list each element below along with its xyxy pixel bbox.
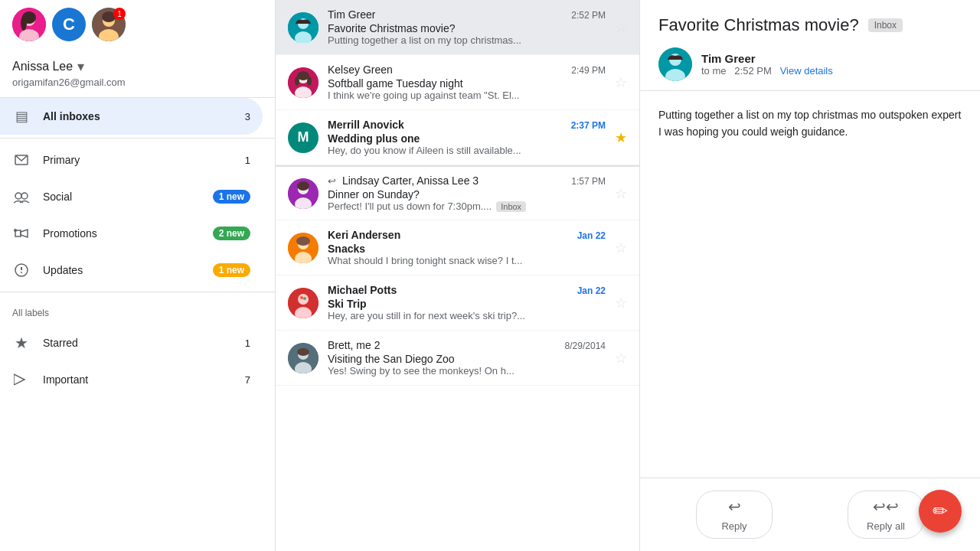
sender-full-name: Tim Greer	[701, 52, 833, 65]
avatar-third-wrapper[interactable]: 1	[92, 8, 126, 41]
primary-count: 1	[245, 155, 250, 166]
email-time-tim-greer: 2:52 PM	[571, 10, 606, 21]
email-title-row: Favorite Christmas movie? Inbox	[658, 15, 962, 35]
email-subject-kelsey-green: Softball game Tuesday night	[328, 77, 606, 90]
svg-point-25	[307, 77, 312, 86]
email-subject-tim-greer: Favorite Christmas movie?	[328, 22, 606, 34]
sender-name-lindsay-carter: ↩ Lindsay Carter, Anissa Lee 3	[328, 174, 479, 187]
email-time-brett: 8/29/2014	[565, 341, 606, 351]
svg-point-11	[21, 193, 28, 199]
reading-header: Favorite Christmas movie? Inbox Tim Gree…	[640, 0, 980, 91]
primary-icon	[12, 151, 31, 169]
updates-badge: 1 new	[213, 263, 250, 277]
svg-point-35	[298, 294, 309, 305]
sidebar-header-avatars: C 1	[0, 0, 275, 49]
star-btn-kelsey-green[interactable]: ☆	[615, 74, 627, 91]
sidebar-item-social[interactable]: Social 1 new	[0, 178, 263, 215]
sender-row: Tim Greer to me 2:52 PM View details	[658, 47, 962, 81]
promotions-icon	[12, 224, 31, 243]
dropdown-arrow-icon: ▾	[77, 58, 84, 75]
reply-button[interactable]: ↩ Reply	[696, 491, 773, 539]
email-header-michael-potts: Michael Potts Jan 22	[328, 284, 606, 296]
email-item-lindsay-carter[interactable]: ↩ Lindsay Carter, Anissa Lee 3 1:57 PM D…	[276, 165, 639, 220]
email-snippet-lindsay-carter: Perfect! I'll put us down for 7:30pm....…	[328, 201, 606, 212]
user-info: Anissa Lee ▾ origamifan26@gmail.com	[0, 49, 275, 98]
email-snippet-brett: Yes! Swing by to see the monkeys! On h..…	[328, 365, 606, 377]
star-btn-brett[interactable]: ☆	[615, 350, 627, 367]
svg-point-4	[21, 15, 27, 31]
email-content-lindsay-carter: ↩ Lindsay Carter, Anissa Lee 3 1:57 PM D…	[328, 174, 606, 212]
email-subject-merrill-anovick: Wedding plus one	[328, 132, 606, 145]
nav-divider-1	[0, 138, 275, 139]
reply-all-label: Reply all	[867, 520, 905, 532]
email-header-merrill-anovick: Merrill Anovick 2:37 PM	[328, 119, 606, 131]
email-header-brett: Brett, me 2 8/29/2014	[328, 339, 606, 351]
svg-point-24	[295, 77, 299, 86]
star-btn-lindsay-carter[interactable]: ☆	[615, 185, 627, 202]
star-btn-keri-andersen[interactable]: ☆	[615, 240, 627, 256]
avatar-lindsay-carter	[288, 178, 318, 209]
avatar-tim-greer	[288, 12, 318, 43]
sidebar-item-starred[interactable]: ★ Starred 1	[0, 324, 263, 361]
compose-fab[interactable]: ✏	[919, 490, 962, 533]
avatar-c[interactable]: C	[52, 8, 86, 41]
svg-marker-16	[14, 374, 24, 385]
view-details-link[interactable]: View details	[780, 65, 833, 77]
email-snippet-kelsey-green: I think we're going up against team "St.…	[328, 90, 606, 101]
avatar-anissa-wrapper[interactable]	[12, 8, 46, 41]
sidebar: C 1 Anissa Lee ▾ origamifan26@gmail.com …	[0, 0, 276, 551]
starred-label: Starred	[43, 337, 233, 349]
star-btn-tim-greer[interactable]: ☆	[615, 19, 627, 36]
email-item-michael-potts[interactable]: Michael Potts Jan 22 Ski Trip Hey, are y…	[276, 276, 639, 331]
email-list: Tim Greer 2:52 PM Favorite Christmas mov…	[276, 0, 640, 551]
email-subject-brett: Visiting the San Diego Zoo	[328, 353, 606, 365]
social-label: Social	[43, 191, 201, 203]
email-subject-keri-andersen: Snacks	[328, 243, 606, 255]
notification-badge: 1	[113, 8, 126, 20]
email-snippet-keri-andersen: What should I bring tonight snack wise? …	[328, 255, 606, 266]
email-content-michael-potts: Michael Potts Jan 22 Ski Trip Hey, are y…	[328, 284, 606, 321]
sender-avatar-tim	[658, 47, 692, 81]
email-content-tim-greer: Tim Greer 2:52 PM Favorite Christmas mov…	[328, 8, 606, 46]
reply-icon: ↩	[328, 175, 336, 187]
avatar-michael-potts	[288, 288, 318, 318]
email-header-keri-andersen: Keri Andersen Jan 22	[328, 229, 606, 241]
important-count: 7	[245, 374, 250, 386]
email-item-tim-greer[interactable]: Tim Greer 2:52 PM Favorite Christmas mov…	[276, 0, 639, 55]
avatar-brett	[288, 343, 318, 373]
email-subject-michael-potts: Ski Trip	[328, 298, 606, 310]
sidebar-item-important[interactable]: Important 7	[0, 361, 263, 398]
important-icon	[12, 370, 31, 389]
all-inboxes-icon: ▤	[12, 107, 31, 126]
svg-point-42	[297, 348, 309, 356]
sender-name-michael-potts: Michael Potts	[328, 284, 397, 296]
sidebar-item-all-inboxes[interactable]: ▤ All inboxes 3	[0, 98, 263, 135]
user-name-row[interactable]: Anissa Lee ▾	[12, 58, 263, 75]
email-snippet-tim-greer: Putting together a list on my top christ…	[328, 34, 606, 46]
reply-label: Reply	[721, 520, 746, 532]
email-body-text: Putting together a list on my top christ…	[658, 106, 962, 141]
star-btn-merrill-anovick[interactable]: ★	[615, 129, 627, 146]
social-badge: 1 new	[213, 190, 250, 204]
starred-count: 1	[245, 337, 250, 349]
updates-label: Updates	[43, 264, 201, 276]
reply-all-button[interactable]: ↩↩ Reply all	[848, 491, 924, 539]
sender-name-brett: Brett, me 2	[328, 339, 380, 351]
svg-point-37	[300, 296, 303, 299]
svg-point-38	[303, 297, 306, 300]
email-time-merrill-anovick: 2:37 PM	[571, 120, 606, 131]
sidebar-item-promotions[interactable]: Promotions 2 new	[0, 215, 263, 252]
important-label: Important	[43, 373, 233, 386]
star-btn-michael-potts[interactable]: ☆	[615, 295, 627, 311]
sender-name-kelsey-green: Kelsey Green	[328, 64, 393, 76]
sidebar-item-updates[interactable]: Updates 1 new	[0, 252, 263, 289]
email-item-brett[interactable]: Brett, me 2 8/29/2014 Visiting the San D…	[276, 331, 639, 386]
reply-all-icon: ↩↩	[873, 497, 899, 516]
email-item-merrill-anovick[interactable]: M Merrill Anovick 2:37 PM Wedding plus o…	[276, 110, 639, 165]
avatar-anissa	[12, 8, 46, 41]
promotions-badge: 2 new	[213, 227, 250, 240]
email-item-keri-andersen[interactable]: Keri Andersen Jan 22 Snacks What should …	[276, 220, 639, 276]
email-item-kelsey-green[interactable]: Kelsey Green 2:49 PM Softball game Tuesd…	[276, 55, 639, 110]
avatar-kelsey-green	[288, 67, 318, 98]
sidebar-item-primary[interactable]: Primary 1	[0, 142, 263, 178]
